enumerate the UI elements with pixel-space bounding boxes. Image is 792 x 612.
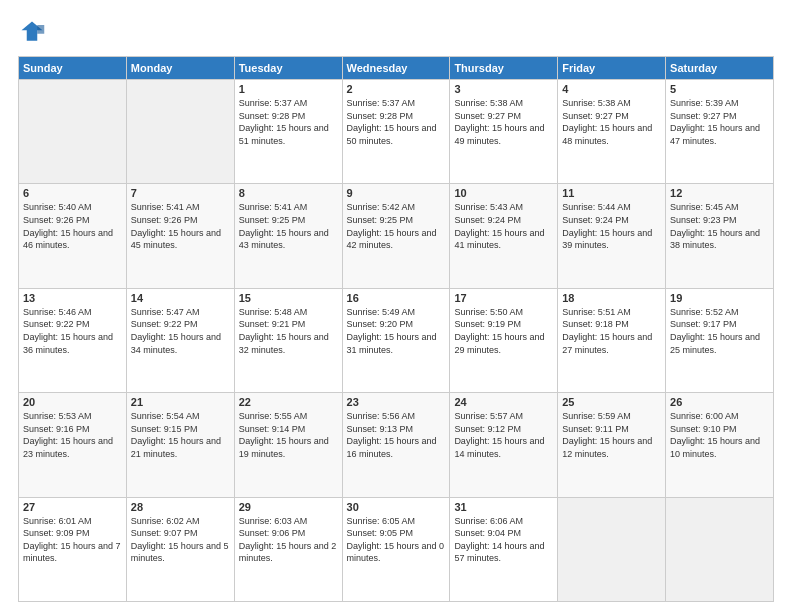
day-detail: Sunrise: 5:59 AM Sunset: 9:11 PM Dayligh…: [562, 410, 661, 460]
day-number: 27: [23, 501, 122, 513]
day-number: 12: [670, 187, 769, 199]
calendar-cell: 13Sunrise: 5:46 AM Sunset: 9:22 PM Dayli…: [19, 288, 127, 392]
calendar-cell: 23Sunrise: 5:56 AM Sunset: 9:13 PM Dayli…: [342, 393, 450, 497]
day-number: 11: [562, 187, 661, 199]
header: [18, 18, 774, 46]
calendar-cell: 28Sunrise: 6:02 AM Sunset: 9:07 PM Dayli…: [126, 497, 234, 601]
calendar-cell: 10Sunrise: 5:43 AM Sunset: 9:24 PM Dayli…: [450, 184, 558, 288]
calendar-cell: 16Sunrise: 5:49 AM Sunset: 9:20 PM Dayli…: [342, 288, 450, 392]
calendar-cell: 25Sunrise: 5:59 AM Sunset: 9:11 PM Dayli…: [558, 393, 666, 497]
day-number: 29: [239, 501, 338, 513]
svg-marker-1: [37, 25, 44, 34]
day-detail: Sunrise: 6:00 AM Sunset: 9:10 PM Dayligh…: [670, 410, 769, 460]
day-detail: Sunrise: 6:06 AM Sunset: 9:04 PM Dayligh…: [454, 515, 553, 565]
day-number: 16: [347, 292, 446, 304]
calendar-cell: 22Sunrise: 5:55 AM Sunset: 9:14 PM Dayli…: [234, 393, 342, 497]
day-number: 23: [347, 396, 446, 408]
weekday-header-friday: Friday: [558, 57, 666, 80]
weekday-header-row: SundayMondayTuesdayWednesdayThursdayFrid…: [19, 57, 774, 80]
weekday-header-thursday: Thursday: [450, 57, 558, 80]
logo: [18, 18, 50, 46]
calendar-cell: [666, 497, 774, 601]
day-detail: Sunrise: 5:52 AM Sunset: 9:17 PM Dayligh…: [670, 306, 769, 356]
day-number: 28: [131, 501, 230, 513]
day-number: 1: [239, 83, 338, 95]
calendar-cell: 6Sunrise: 5:40 AM Sunset: 9:26 PM Daylig…: [19, 184, 127, 288]
calendar-cell: 29Sunrise: 6:03 AM Sunset: 9:06 PM Dayli…: [234, 497, 342, 601]
day-detail: Sunrise: 5:41 AM Sunset: 9:25 PM Dayligh…: [239, 201, 338, 251]
day-number: 22: [239, 396, 338, 408]
calendar-cell: 21Sunrise: 5:54 AM Sunset: 9:15 PM Dayli…: [126, 393, 234, 497]
day-number: 19: [670, 292, 769, 304]
week-row-4: 20Sunrise: 5:53 AM Sunset: 9:16 PM Dayli…: [19, 393, 774, 497]
day-number: 4: [562, 83, 661, 95]
calendar-cell: 3Sunrise: 5:38 AM Sunset: 9:27 PM Daylig…: [450, 80, 558, 184]
day-detail: Sunrise: 5:41 AM Sunset: 9:26 PM Dayligh…: [131, 201, 230, 251]
calendar-cell: 30Sunrise: 6:05 AM Sunset: 9:05 PM Dayli…: [342, 497, 450, 601]
day-number: 9: [347, 187, 446, 199]
day-number: 20: [23, 396, 122, 408]
weekday-header-sunday: Sunday: [19, 57, 127, 80]
weekday-header-tuesday: Tuesday: [234, 57, 342, 80]
day-detail: Sunrise: 5:53 AM Sunset: 9:16 PM Dayligh…: [23, 410, 122, 460]
calendar-cell: [558, 497, 666, 601]
day-number: 5: [670, 83, 769, 95]
day-number: 30: [347, 501, 446, 513]
day-number: 13: [23, 292, 122, 304]
day-detail: Sunrise: 5:38 AM Sunset: 9:27 PM Dayligh…: [562, 97, 661, 147]
day-detail: Sunrise: 6:03 AM Sunset: 9:06 PM Dayligh…: [239, 515, 338, 565]
calendar-cell: 2Sunrise: 5:37 AM Sunset: 9:28 PM Daylig…: [342, 80, 450, 184]
day-detail: Sunrise: 6:02 AM Sunset: 9:07 PM Dayligh…: [131, 515, 230, 565]
day-detail: Sunrise: 5:37 AM Sunset: 9:28 PM Dayligh…: [347, 97, 446, 147]
day-number: 8: [239, 187, 338, 199]
day-detail: Sunrise: 5:57 AM Sunset: 9:12 PM Dayligh…: [454, 410, 553, 460]
week-row-5: 27Sunrise: 6:01 AM Sunset: 9:09 PM Dayli…: [19, 497, 774, 601]
calendar-cell: [19, 80, 127, 184]
day-number: 26: [670, 396, 769, 408]
day-detail: Sunrise: 5:40 AM Sunset: 9:26 PM Dayligh…: [23, 201, 122, 251]
page: SundayMondayTuesdayWednesdayThursdayFrid…: [0, 0, 792, 612]
day-number: 18: [562, 292, 661, 304]
weekday-header-monday: Monday: [126, 57, 234, 80]
day-number: 6: [23, 187, 122, 199]
day-number: 15: [239, 292, 338, 304]
calendar-cell: 14Sunrise: 5:47 AM Sunset: 9:22 PM Dayli…: [126, 288, 234, 392]
calendar-cell: 26Sunrise: 6:00 AM Sunset: 9:10 PM Dayli…: [666, 393, 774, 497]
day-detail: Sunrise: 5:50 AM Sunset: 9:19 PM Dayligh…: [454, 306, 553, 356]
calendar-cell: 12Sunrise: 5:45 AM Sunset: 9:23 PM Dayli…: [666, 184, 774, 288]
calendar-cell: 5Sunrise: 5:39 AM Sunset: 9:27 PM Daylig…: [666, 80, 774, 184]
day-detail: Sunrise: 5:39 AM Sunset: 9:27 PM Dayligh…: [670, 97, 769, 147]
weekday-header-wednesday: Wednesday: [342, 57, 450, 80]
calendar-cell: 17Sunrise: 5:50 AM Sunset: 9:19 PM Dayli…: [450, 288, 558, 392]
day-detail: Sunrise: 6:01 AM Sunset: 9:09 PM Dayligh…: [23, 515, 122, 565]
day-number: 3: [454, 83, 553, 95]
day-detail: Sunrise: 5:51 AM Sunset: 9:18 PM Dayligh…: [562, 306, 661, 356]
calendar-cell: 4Sunrise: 5:38 AM Sunset: 9:27 PM Daylig…: [558, 80, 666, 184]
day-detail: Sunrise: 5:38 AM Sunset: 9:27 PM Dayligh…: [454, 97, 553, 147]
day-detail: Sunrise: 5:49 AM Sunset: 9:20 PM Dayligh…: [347, 306, 446, 356]
day-number: 31: [454, 501, 553, 513]
day-number: 10: [454, 187, 553, 199]
day-number: 2: [347, 83, 446, 95]
day-number: 7: [131, 187, 230, 199]
day-number: 14: [131, 292, 230, 304]
day-number: 21: [131, 396, 230, 408]
day-detail: Sunrise: 5:54 AM Sunset: 9:15 PM Dayligh…: [131, 410, 230, 460]
day-detail: Sunrise: 5:55 AM Sunset: 9:14 PM Dayligh…: [239, 410, 338, 460]
week-row-3: 13Sunrise: 5:46 AM Sunset: 9:22 PM Dayli…: [19, 288, 774, 392]
day-detail: Sunrise: 6:05 AM Sunset: 9:05 PM Dayligh…: [347, 515, 446, 565]
calendar-cell: 9Sunrise: 5:42 AM Sunset: 9:25 PM Daylig…: [342, 184, 450, 288]
calendar-cell: 15Sunrise: 5:48 AM Sunset: 9:21 PM Dayli…: [234, 288, 342, 392]
calendar-cell: 27Sunrise: 6:01 AM Sunset: 9:09 PM Dayli…: [19, 497, 127, 601]
day-number: 17: [454, 292, 553, 304]
calendar-cell: 1Sunrise: 5:37 AM Sunset: 9:28 PM Daylig…: [234, 80, 342, 184]
calendar-cell: 7Sunrise: 5:41 AM Sunset: 9:26 PM Daylig…: [126, 184, 234, 288]
calendar-cell: [126, 80, 234, 184]
calendar-cell: 20Sunrise: 5:53 AM Sunset: 9:16 PM Dayli…: [19, 393, 127, 497]
day-number: 25: [562, 396, 661, 408]
day-detail: Sunrise: 5:44 AM Sunset: 9:24 PM Dayligh…: [562, 201, 661, 251]
day-detail: Sunrise: 5:42 AM Sunset: 9:25 PM Dayligh…: [347, 201, 446, 251]
calendar-cell: 8Sunrise: 5:41 AM Sunset: 9:25 PM Daylig…: [234, 184, 342, 288]
day-detail: Sunrise: 5:43 AM Sunset: 9:24 PM Dayligh…: [454, 201, 553, 251]
weekday-header-saturday: Saturday: [666, 57, 774, 80]
